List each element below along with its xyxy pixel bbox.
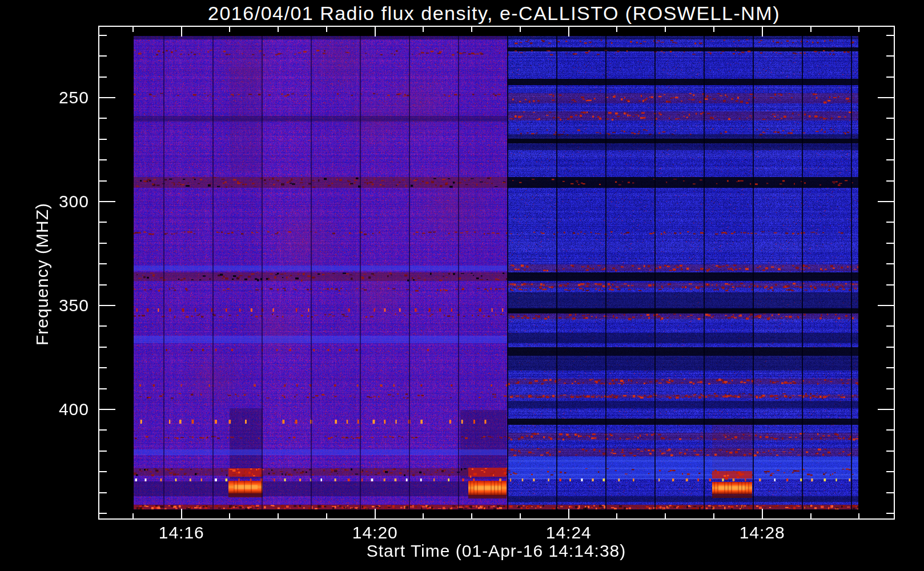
y-tick-label: 400 bbox=[0, 400, 89, 419]
y-tick-label: 350 bbox=[0, 296, 89, 315]
page-root: 2016/04/01 Radio flux density, e-CALLIST… bbox=[0, 0, 924, 571]
x-tick-label: 14:28 bbox=[740, 523, 785, 542]
y-tick-label: 250 bbox=[0, 88, 89, 107]
x-tick-label: 14:24 bbox=[546, 523, 592, 542]
x-tick-label: 14:16 bbox=[159, 523, 204, 542]
x-axis-label: Start Time (01-Apr-16 14:14:38) bbox=[367, 541, 626, 561]
spectrogram-canvas bbox=[0, 0, 924, 571]
y-axis-label: Frequency (MHZ) bbox=[33, 203, 52, 345]
y-tick-label: 300 bbox=[0, 192, 89, 211]
x-tick-label: 14:20 bbox=[352, 523, 398, 542]
